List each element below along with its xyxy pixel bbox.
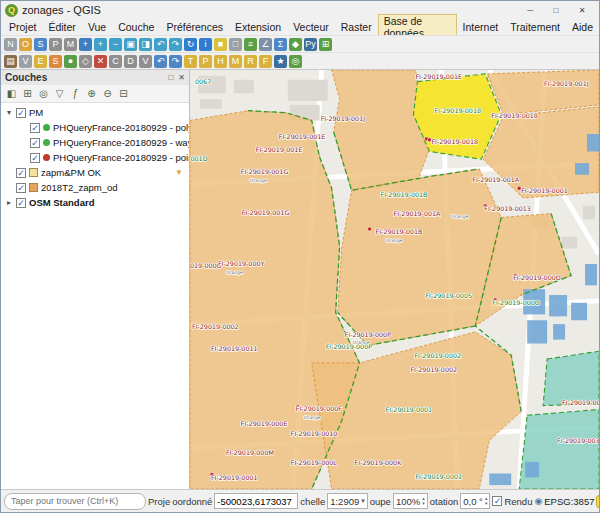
menu-diter[interactable]: Éditer xyxy=(42,20,81,34)
zoom-last-icon[interactable]: ↶ xyxy=(154,38,167,51)
vertex-tool-icon[interactable]: ◇ xyxy=(79,55,92,68)
label-highlight-icon[interactable]: H xyxy=(214,55,227,68)
layer-item-osm-standard[interactable]: ▸✓OSM Standard xyxy=(1,195,189,210)
label-rotate-icon[interactable]: R xyxy=(244,55,257,68)
save-project-icon[interactable]: S xyxy=(34,38,47,51)
map-svg: 0067FI-29019-001EFI-29019-001JFI-29019-0… xyxy=(190,70,599,489)
attribute-table-icon[interactable]: ≡ xyxy=(244,38,257,51)
spinner-arrows-icon: ▴▾ xyxy=(422,496,425,506)
cut-features-icon[interactable]: C xyxy=(109,55,122,68)
zoom-to-selection-icon[interactable]: ◨ xyxy=(139,38,152,51)
collapse-all-icon[interactable]: ⊖ xyxy=(101,87,114,100)
remove-layer-icon[interactable]: ⊟ xyxy=(117,87,130,100)
identify-features-icon[interactable]: i xyxy=(199,38,212,51)
expand-all-icon[interactable]: ⊕ xyxy=(85,87,98,100)
menu-aide[interactable]: Aide xyxy=(566,20,599,34)
layout-manager-icon[interactable]: M xyxy=(64,38,77,51)
copy-features-icon[interactable]: D xyxy=(124,55,137,68)
manage-map-themes-icon[interactable]: ◎ xyxy=(37,87,50,100)
scale-combo[interactable]: 1:2909 ▾ xyxy=(327,493,368,509)
measure-icon[interactable]: ∠ xyxy=(259,38,272,51)
layer-visibility-checkbox[interactable]: ✓ xyxy=(16,183,26,193)
rotation-spinbox[interactable]: 0,0 ° ▴▾ xyxy=(460,493,490,509)
layer-item-phqueryfrance-20180929-polygon[interactable]: ✓PHQueryFrance-20180929 - polygon xyxy=(1,120,189,135)
plugins-icon[interactable]: ⊞ xyxy=(319,38,332,51)
new-bookmark-icon[interactable]: ★ xyxy=(274,55,287,68)
delete-selected-icon[interactable]: ✕ xyxy=(94,55,107,68)
label-move-icon[interactable]: M xyxy=(229,55,242,68)
map-label: FI-29019-000S xyxy=(425,292,472,299)
minimize-button[interactable]: ─ xyxy=(517,2,543,18)
label-pin-icon[interactable]: P xyxy=(199,55,212,68)
layer-item-phqueryfrance-20180929-point[interactable]: ✓PHQueryFrance-20180929 - point xyxy=(1,150,189,165)
statistics-icon[interactable]: Σ xyxy=(274,38,287,51)
new-layer-icon[interactable]: V xyxy=(19,55,32,68)
map-canvas[interactable]: 0067FI-29019-001EFI-29019-001JFI-29019-0… xyxy=(190,70,599,489)
expander-icon[interactable]: ▾ xyxy=(5,108,13,117)
menu-projet[interactable]: Projet xyxy=(3,20,42,34)
open-layer-styling-icon[interactable]: ◧ xyxy=(5,87,18,100)
zoom-out-icon[interactable]: − xyxy=(109,38,122,51)
print-layout-icon[interactable]: P xyxy=(49,38,62,51)
dock-close-button[interactable]: ✕ xyxy=(178,73,185,82)
menu-traitement[interactable]: Traitement xyxy=(504,20,566,34)
magnifier-spinbox[interactable]: 100% ▴▾ xyxy=(393,493,428,509)
save-edits-icon[interactable]: S xyxy=(49,55,62,68)
layer-item-phqueryfrance-20180929-way[interactable]: ✓PHQueryFrance-20180929 - way xyxy=(1,135,189,150)
refresh-icon[interactable]: ↻ xyxy=(184,38,197,51)
python-console-icon[interactable]: Py xyxy=(304,38,317,51)
close-button[interactable]: ✕ xyxy=(569,2,595,18)
redo-icon[interactable]: ↷ xyxy=(169,55,182,68)
open-project-icon[interactable]: O xyxy=(19,38,32,51)
layer-visibility-checkbox[interactable]: ✓ xyxy=(30,153,40,163)
layer-visibility-checkbox[interactable]: ✓ xyxy=(30,123,40,133)
layer-visibility-checkbox[interactable]: ✓ xyxy=(16,168,26,178)
add-group-icon[interactable]: ⊞ xyxy=(21,87,34,100)
osm-place-search-icon[interactable]: ◎ xyxy=(289,55,302,68)
zoom-in-icon[interactable]: + xyxy=(94,38,107,51)
layer-item-zapm-pm-ok[interactable]: ✓zapm&PM OK▼ xyxy=(1,165,189,180)
add-feature-icon[interactable]: ● xyxy=(64,55,77,68)
select-features-icon[interactable]: ■ xyxy=(214,38,227,51)
coordinate-input[interactable] xyxy=(214,493,298,509)
new-project-icon[interactable]: N xyxy=(4,38,17,51)
dock-float-button[interactable]: □ xyxy=(168,73,173,82)
filter-legend-icon[interactable]: ▽ xyxy=(53,87,66,100)
menu-extension[interactable]: Extension xyxy=(229,20,287,34)
messages-button[interactable] xyxy=(596,495,599,508)
map-label: FI-29019-000E xyxy=(241,420,288,427)
processing-toolbox-icon[interactable]: ◆ xyxy=(289,38,302,51)
window-title: zonages - QGIS xyxy=(22,4,101,16)
crs-button[interactable]: ◉ EPSG:3857 xyxy=(534,496,594,507)
menu-internet[interactable]: Internet xyxy=(457,20,505,34)
render-checkbox[interactable]: ✓ xyxy=(492,496,502,506)
layer-visibility-checkbox[interactable]: ✓ xyxy=(16,198,26,208)
locator-search-input[interactable] xyxy=(4,493,146,510)
map-label: Orange xyxy=(226,270,243,275)
zoom-full-icon[interactable]: ▣ xyxy=(124,38,137,51)
layer-item-pm[interactable]: ▾✓PM xyxy=(1,105,189,120)
zoom-next-icon[interactable]: ↷ xyxy=(169,38,182,51)
menu-vue[interactable]: Vue xyxy=(82,20,112,34)
layer-item-2018t2-zapm-od[interactable]: ✓2018T2_zapm_od xyxy=(1,180,189,195)
toggle-editing-icon[interactable]: E xyxy=(34,55,47,68)
layer-labeling-icon[interactable]: T xyxy=(184,55,197,68)
menu-raster[interactable]: Raster xyxy=(335,20,378,34)
menu-couche[interactable]: Couche xyxy=(112,20,160,34)
undo-icon[interactable]: ↶ xyxy=(154,55,167,68)
maximize-button[interactable]: □ xyxy=(543,2,569,18)
menu-pr-f-rences[interactable]: Préférences xyxy=(160,20,229,34)
data-source-manager-icon[interactable]: ▤ xyxy=(4,55,17,68)
render-toggle[interactable]: ✓ Rendu xyxy=(492,496,532,507)
map-label: Orange xyxy=(250,178,267,183)
expander-icon[interactable]: ▸ xyxy=(5,198,13,207)
deselect-features-icon[interactable]: □ xyxy=(229,38,242,51)
filter-expression-icon[interactable]: ƒ xyxy=(69,87,82,100)
map-label: FI-29019-0013 xyxy=(484,205,531,212)
layer-visibility-checkbox[interactable]: ✓ xyxy=(30,138,40,148)
layer-visibility-checkbox[interactable]: ✓ xyxy=(16,108,26,118)
label-properties-icon[interactable]: F xyxy=(259,55,272,68)
pan-map-icon[interactable]: + xyxy=(79,38,92,51)
paste-features-icon[interactable]: V xyxy=(139,55,152,68)
menu-vecteur[interactable]: Vecteur xyxy=(287,20,335,34)
